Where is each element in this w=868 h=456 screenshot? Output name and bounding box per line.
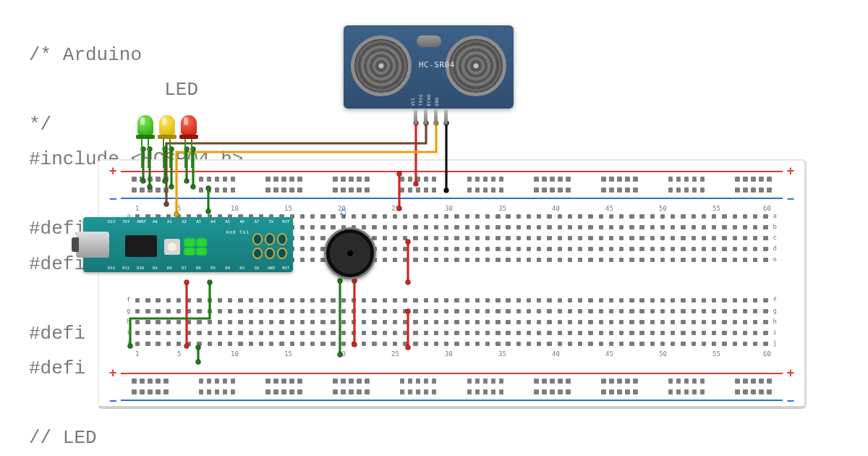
tie-row-i: [135, 331, 768, 336]
tie-row-f: [135, 298, 768, 303]
icsp-pads-icon: [252, 233, 287, 259]
tie-row-h: [135, 320, 768, 325]
hcsr04-ultrasonic-sensor[interactable]: HC-SR04 VCC TRIG ECHO GND: [344, 25, 514, 109]
power-rail-bot-1: [132, 379, 772, 384]
nano-top-pin-labels: D133V3AREFA0A1A2A3A4A5A6A75VRSTGNDVIN: [108, 219, 318, 224]
led-bulb-icon: [137, 115, 153, 135]
rail-plus-top-left: +: [109, 164, 116, 178]
rail-minus-bot-left: −: [109, 393, 116, 408]
rxtx-label: RX0 TX1: [226, 229, 250, 235]
led-yellow[interactable]: [159, 115, 175, 140]
led-bulb-icon: [159, 115, 175, 135]
rail-plus-bot-left: +: [109, 366, 116, 380]
onboard-leds-icon: [184, 239, 206, 255]
music-note-icon: ♫: [339, 206, 347, 219]
atmega-chip-icon: [125, 235, 157, 257]
nano-bot-pin-labels: D12D11D10D9D8D7D6D5D4D3D2GNDRSTRX0TX1: [108, 266, 318, 270]
hcsr04-label: HC-SR04: [419, 60, 455, 69]
power-rail-bot-2: [132, 389, 772, 394]
rail-minus-top-right: −: [787, 191, 794, 206]
rail-minus-bot-right: −: [787, 393, 794, 408]
rail-plus-bot-right: +: [787, 366, 794, 380]
hcsr04-pins-icon: [414, 109, 448, 124]
ultrasonic-tx-icon: [351, 35, 412, 96]
rail-minus-top-left: −: [109, 191, 116, 206]
arduino-nano[interactable]: RX0 TX1 D133V3AREFA0A1A2A3A4A5A6A75VRSTG…: [83, 217, 293, 272]
tie-row-j: [135, 342, 768, 347]
reset-button[interactable]: [164, 239, 180, 255]
power-rail-top-2: [132, 187, 772, 193]
breadboard: + − + − + − + − a b c d e f g h i j a b …: [98, 159, 807, 409]
led-bulb-icon: [181, 115, 197, 135]
led-red[interactable]: [181, 115, 197, 140]
usb-port-icon: [76, 232, 109, 258]
crystal-icon: [417, 35, 441, 47]
hcsr04-pin-labels: VCC TRIG ECHO GND: [410, 94, 439, 106]
tie-row-g: [135, 309, 768, 314]
piezo-buzzer[interactable]: [324, 227, 376, 279]
rail-plus-top-right: +: [787, 164, 794, 178]
led-green[interactable]: [137, 115, 153, 140]
power-rail-top-1: [132, 177, 772, 182]
